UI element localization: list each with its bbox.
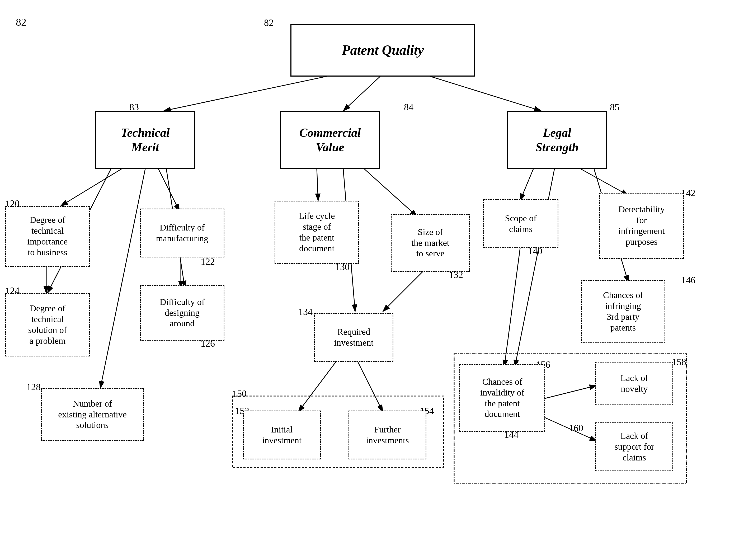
node-lack-support: Lack ofsupport forclaims [595,422,673,471]
node-difficulty-manufacturing: Difficulty ofmanufacturing [140,209,224,257]
node-lack-novelty: Lack ofnovelty [595,362,673,405]
ref-84: 84 [404,102,413,113]
node-legal-strength: LegalStrength [507,111,607,169]
svg-line-6 [158,169,180,211]
svg-line-1 [164,74,338,111]
svg-line-8 [100,169,145,388]
svg-line-21 [504,248,520,367]
ref-158: 158 [672,357,686,368]
diagram: 82 82 Patent Quality 83 TechnicalMerit 8… [0,0,744,560]
ref-128: 128 [26,381,41,393]
node-scope-claims: Scope ofclaims [483,199,558,248]
ref-146: 146 [681,274,696,286]
ref-150: 150 [232,388,247,399]
node-patent-quality: Patent Quality [290,24,475,77]
node-commercial-value: CommercialValue [280,111,380,169]
node-required-investment: Requiredinvestment [314,313,394,362]
ref-134: 134 [298,306,312,318]
node-initial-investment: Initialinvestment [243,411,321,459]
node-chances-invalidity: Chances ofinvalidity ofthe patentdocumen… [459,364,545,432]
ref-160: 160 [569,422,583,434]
node-chances-infringing: Chances ofinfringing3rd partypatents [581,280,665,343]
svg-line-15 [298,359,338,412]
svg-line-2 [343,74,383,111]
svg-line-14 [383,272,422,311]
ref-85: 85 [610,102,620,113]
svg-line-22 [544,385,597,399]
fig-label-100: 82 [16,16,26,28]
svg-line-17 [520,169,533,201]
node-further-investments: Furtherinvestments [348,411,426,459]
svg-line-3 [422,74,541,111]
svg-line-4 [61,169,121,206]
node-difficulty-designing: Difficulty ofdesigningaround [140,285,224,341]
ref-122: 122 [201,256,215,267]
node-size-market: Size ofthe marketto serve [391,214,470,272]
node-detectability: Detectabilityforinfringementpurposes [599,193,684,259]
ref-82: 82 [264,17,273,28]
node-deg-tech-solution: Degree oftechnicalsolution ofa problem [5,293,90,357]
node-deg-tech-importance: Degree oftechnicalimportanceto business [5,206,90,267]
svg-line-12 [364,169,417,217]
node-num-alternative: Number ofexisting alternativesolutions [41,388,144,441]
svg-line-18 [581,169,628,195]
svg-line-20 [515,169,554,367]
node-technical-merit: TechnicalMerit [95,111,195,169]
svg-line-16 [357,359,383,412]
node-lifecycle: Life cyclestage ofthe patentdocument [274,201,359,264]
svg-line-11 [317,169,318,201]
